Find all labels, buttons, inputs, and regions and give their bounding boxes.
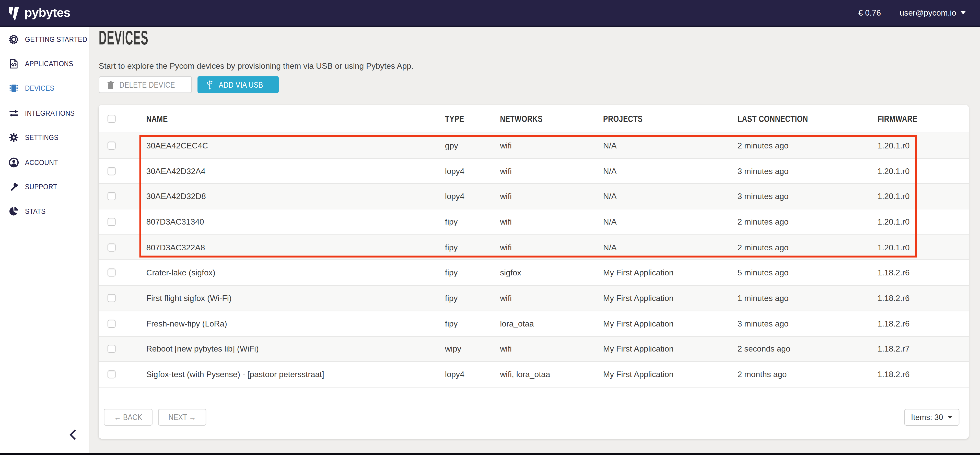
column-header-type: TYPE bbox=[445, 114, 468, 124]
cell-projects: N/A bbox=[603, 141, 617, 150]
cell-device-name: 30AEA42D32A4 bbox=[146, 166, 205, 176]
cell-firmware: 1.18.2.r6 bbox=[878, 370, 910, 379]
trash-icon bbox=[107, 80, 114, 89]
column-header-networks: NETWORKS bbox=[500, 114, 552, 124]
cell-last-connection: 2 seconds ago bbox=[738, 344, 791, 354]
pagination: ← BACK NEXT → bbox=[104, 409, 206, 426]
table-row[interactable]: 30AEA42D32A4 lopy4 wifi N/A 3 minutes ag… bbox=[99, 159, 969, 184]
pycom-logo-icon bbox=[8, 5, 20, 21]
table-row[interactable]: First flight sigfox (Wi-Fi) fipy wifi My… bbox=[99, 286, 969, 311]
user-email: user@pycom.io bbox=[900, 8, 956, 18]
row-checkbox[interactable] bbox=[108, 218, 116, 226]
cell-last-connection: 3 minutes ago bbox=[738, 319, 789, 328]
items-per-page-dropdown[interactable]: Items: 30 bbox=[904, 409, 959, 426]
sidebar-collapse-button[interactable] bbox=[69, 429, 77, 443]
sidebar-item-label: STATS bbox=[25, 207, 46, 216]
row-checkbox[interactable] bbox=[108, 294, 116, 302]
cell-firmware: 1.20.1.r0 bbox=[878, 192, 910, 201]
sidebar-item-support[interactable]: SUPPORT bbox=[0, 175, 89, 199]
column-header-last-connection: LAST CONNECTION bbox=[738, 114, 824, 124]
gear-icon bbox=[8, 132, 19, 143]
sidebar-item-stats[interactable]: STATS bbox=[0, 199, 89, 224]
sidebar-item-applications[interactable]: APPLICATIONS bbox=[0, 52, 89, 76]
app-logo[interactable]: pybytes bbox=[8, 5, 70, 21]
cell-networks: wifi bbox=[500, 192, 512, 201]
table-row[interactable]: 30AEA42CEC4C gpy wifi N/A 2 minutes ago … bbox=[99, 133, 969, 159]
cell-device-type: gpy bbox=[445, 141, 458, 150]
cell-firmware: 1.20.1.r0 bbox=[878, 217, 910, 227]
table-row[interactable]: 807D3AC322A8 fipy wifi N/A 2 minutes ago… bbox=[99, 235, 969, 260]
cell-device-type: fipy bbox=[445, 294, 458, 303]
delete-device-button[interactable]: DELETE DEVICE bbox=[99, 76, 192, 93]
row-checkbox[interactable] bbox=[108, 243, 116, 251]
caret-down-icon bbox=[948, 416, 953, 419]
row-checkbox[interactable] bbox=[108, 167, 116, 175]
sidebar: GETTING STARTED APPLICATIONS bbox=[0, 27, 89, 453]
column-header-firmware: FIRMWARE bbox=[878, 114, 926, 124]
row-checkbox[interactable] bbox=[108, 192, 116, 200]
row-checkbox[interactable] bbox=[108, 320, 116, 328]
back-button[interactable]: ← BACK bbox=[104, 409, 153, 426]
add-via-usb-button[interactable]: ADD VIA USB bbox=[198, 76, 279, 93]
cell-networks: wifi bbox=[500, 242, 512, 252]
cell-networks: sigfox bbox=[500, 268, 521, 277]
cell-device-type: fipy bbox=[445, 242, 458, 252]
sidebar-item-getting-started[interactable]: GETTING STARTED bbox=[0, 27, 89, 51]
chevron-left-icon bbox=[69, 429, 77, 441]
row-checkbox[interactable] bbox=[108, 345, 116, 353]
cell-device-type: wipy bbox=[445, 344, 461, 354]
cell-device-type: lopy4 bbox=[445, 370, 465, 379]
cell-device-name: 807D3AC322A8 bbox=[146, 242, 205, 252]
cell-firmware: 1.18.2.r6 bbox=[878, 319, 910, 328]
cell-networks: wifi bbox=[500, 166, 512, 176]
bottom-edge-bar bbox=[0, 453, 980, 455]
row-checkbox[interactable] bbox=[108, 142, 116, 150]
cell-firmware: 1.20.1.r0 bbox=[878, 242, 910, 252]
cell-last-connection: 3 minutes ago bbox=[738, 166, 789, 176]
table-row[interactable]: Crater-lake (sigfox) fipy sigfox My Firs… bbox=[99, 260, 969, 286]
cell-firmware: 1.18.2.r6 bbox=[878, 294, 910, 303]
cell-networks: wifi bbox=[500, 141, 512, 150]
column-header-projects: PROJECTS bbox=[603, 114, 651, 124]
user-menu[interactable]: user@pycom.io bbox=[900, 8, 966, 18]
cell-projects: My First Application bbox=[603, 344, 674, 354]
sidebar-item-devices[interactable]: DEVICES bbox=[0, 76, 89, 101]
table-row[interactable]: 30AEA42D32D8 lopy4 wifi N/A 3 minutes ag… bbox=[99, 184, 969, 210]
select-all-checkbox[interactable] bbox=[108, 115, 116, 123]
cell-device-type: fipy bbox=[445, 268, 458, 277]
cell-last-connection: 2 months ago bbox=[738, 370, 787, 379]
cell-device-type: lopy4 bbox=[445, 192, 465, 201]
cell-networks: wifi bbox=[500, 217, 512, 227]
cell-projects: N/A bbox=[603, 166, 617, 176]
cell-device-name: 30AEA42D32D8 bbox=[146, 192, 206, 201]
cell-device-name: Sigfox-test (with Pysense) - [pastoor pe… bbox=[146, 370, 324, 379]
row-checkbox[interactable] bbox=[108, 269, 116, 277]
cell-projects: My First Application bbox=[603, 319, 674, 328]
table-row[interactable]: Reboot [new pybytes lib] (WiFi) wipy wif… bbox=[99, 336, 969, 362]
cell-device-name: Crater-lake (sigfox) bbox=[146, 268, 215, 277]
page-actions: DELETE DEVICE ADD VIA USB bbox=[99, 76, 279, 93]
cell-firmware: 1.18.2.r6 bbox=[878, 268, 910, 277]
sidebar-item-account[interactable]: ACCOUNT bbox=[0, 150, 89, 175]
next-button[interactable]: NEXT → bbox=[158, 409, 207, 426]
sidebar-item-settings[interactable]: SETTINGS bbox=[0, 126, 89, 150]
sidebar-item-integrations[interactable]: INTEGRATIONS bbox=[0, 101, 89, 125]
chip-icon bbox=[8, 83, 19, 94]
cell-last-connection: 2 minutes ago bbox=[738, 217, 789, 227]
cell-device-type: fipy bbox=[445, 319, 458, 328]
sidebar-item-label: ACCOUNT bbox=[25, 158, 58, 167]
account-balance: € 0.76 bbox=[858, 8, 881, 18]
cell-last-connection: 3 minutes ago bbox=[738, 192, 789, 201]
brand-name: pybytes bbox=[24, 6, 70, 20]
user-icon bbox=[8, 157, 19, 168]
row-checkbox[interactable] bbox=[108, 371, 116, 379]
table-row[interactable]: 807D3AC31340 fipy wifi N/A 2 minutes ago… bbox=[99, 210, 969, 235]
add-via-usb-label: ADD VIA USB bbox=[219, 80, 263, 89]
table-row[interactable]: Sigfox-test (with Pysense) - [pastoor pe… bbox=[99, 362, 969, 388]
table-row[interactable]: Fresh-new-fipy (LoRa) fipy lora_otaa My … bbox=[99, 311, 969, 337]
cell-device-name: 30AEA42CEC4C bbox=[146, 141, 208, 150]
pie-chart-icon bbox=[8, 206, 19, 217]
wrench-icon bbox=[8, 181, 19, 192]
page-title: DEVICES bbox=[99, 26, 189, 49]
pybytes-app-window: pybytes € 0.76 user@pycom.io bbox=[0, 0, 980, 455]
